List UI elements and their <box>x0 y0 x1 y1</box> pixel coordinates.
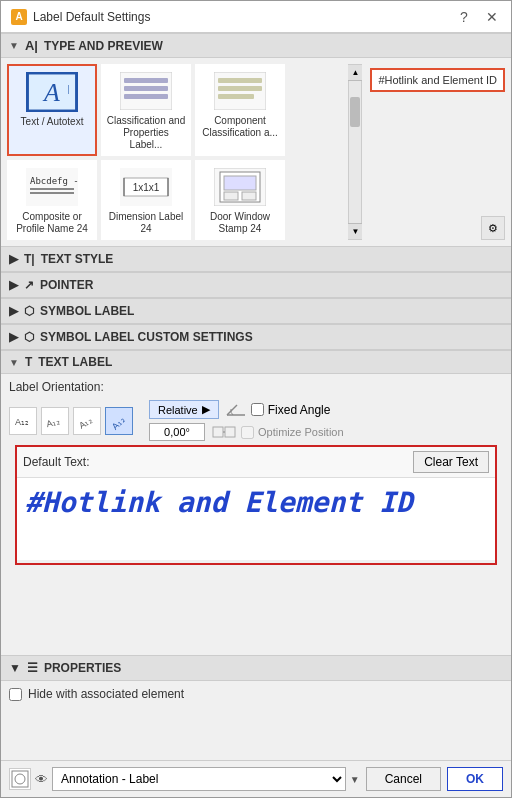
type-item-component[interactable]: Component Classification a... <box>195 64 285 156</box>
svg-rect-32 <box>225 427 235 437</box>
svg-rect-22 <box>224 176 256 190</box>
orient-btn-1[interactable]: A₁₂ <box>9 407 37 435</box>
properties-arrow: ▼ <box>9 661 21 675</box>
preview-panel-bottom: ⚙ <box>366 216 505 240</box>
svg-text:1x1x1: 1x1x1 <box>133 182 160 193</box>
orient-btn-2[interactable]: A₁₂ <box>41 407 69 435</box>
text-style-icon: T| <box>24 252 35 266</box>
symbol-label-icon: ⬡ <box>24 304 34 318</box>
type-item-door-window[interactable]: Door Window Stamp 24 <box>195 160 285 240</box>
orientation-row: Label Orientation: <box>9 380 503 394</box>
main-content: ▼ A| TYPE AND PREVIEW A <box>1 33 511 760</box>
relative-arrow: ▶ <box>202 403 210 416</box>
fixed-angle-label: Fixed Angle <box>268 403 331 417</box>
symbol-custom-arrow: ▶ <box>9 330 18 344</box>
properties-header[interactable]: ▼ ☰ PROPERTIES <box>1 655 511 681</box>
text-style-arrow: ▶ <box>9 252 18 266</box>
text-label-content: Label Orientation: A₁₂ A₁₂ <box>1 374 511 655</box>
preview-panel: #Hotlink and Element ID ⚙ <box>366 64 505 240</box>
scroll-down[interactable]: ▼ <box>348 223 362 239</box>
orient-btn-4[interactable]: A₁₂ <box>105 407 133 435</box>
title-bar: A Label Default Settings ? ✕ <box>1 1 511 33</box>
composite-icon: Abcdefg - ABC <box>24 165 80 209</box>
scroll-up[interactable]: ▲ <box>348 65 362 81</box>
orient-btn-3[interactable]: A₁₂ <box>73 407 101 435</box>
properties-label: PROPERTIES <box>44 661 121 675</box>
bottom-bar: 👁 Annotation - Label ▼ Cancel OK <box>1 760 511 797</box>
annotation-icon <box>9 768 31 790</box>
text-label-arrow: ▼ <box>9 357 19 368</box>
angle-input[interactable] <box>149 423 205 441</box>
type-items-scrollbar[interactable]: ▲ ▼ <box>348 64 362 240</box>
component-icon <box>212 69 268 113</box>
type-preview-header[interactable]: ▼ A| TYPE AND PREVIEW <box>1 33 511 58</box>
type-item-classification[interactable]: Classification and Properties Label... <box>101 64 191 156</box>
type-item-text-autotext[interactable]: A | Text / Autotext <box>7 64 97 156</box>
type-preview-content: A | Text / Autotext <box>1 58 511 246</box>
symbol-label-custom-header[interactable]: ▶ ⬡ SYMBOL LABEL CUSTOM SETTINGS <box>1 324 511 350</box>
type-item-composite[interactable]: Abcdefg - ABC Composite or Profile Name … <box>7 160 97 240</box>
svg-rect-8 <box>218 78 262 83</box>
type-preview-arrow: ▼ <box>9 40 19 51</box>
optimize-row: Optimize Position <box>211 423 344 441</box>
eye-icon: 👁 <box>35 772 48 787</box>
pointer-section: ▶ ↗ POINTER <box>1 272 511 298</box>
properties-content: Hide with associated element <box>1 681 511 711</box>
svg-rect-10 <box>218 94 254 99</box>
app-icon: A <box>11 9 27 25</box>
text-style-section: ▶ T| TEXT STYLE <box>1 246 511 272</box>
ok-button[interactable]: OK <box>447 767 503 791</box>
angle-group: Relative ▶ Fixed Angle <box>149 400 344 441</box>
relative-label: Relative <box>158 404 198 416</box>
empty-area <box>9 569 503 649</box>
default-text-header: Default Text: Clear Text <box>17 447 495 478</box>
default-text-input[interactable]: #Hotlink and Element ID <box>17 478 495 560</box>
label-default-settings-window: A Label Default Settings ? ✕ ▼ A| TYPE A… <box>0 0 512 798</box>
text-label-section: ▼ T TEXT LABEL Label Orientation: A₁₂ <box>1 350 511 655</box>
clear-text-button[interactable]: Clear Text <box>413 451 489 473</box>
pointer-icon: ↗ <box>24 278 34 292</box>
relative-button[interactable]: Relative ▶ <box>149 400 219 419</box>
type-preview-wrapper: A | Text / Autotext <box>7 64 505 240</box>
svg-text:Abcdefg - ABC: Abcdefg - ABC <box>30 176 78 186</box>
svg-rect-23 <box>224 192 238 200</box>
text-style-header[interactable]: ▶ T| TEXT STYLE <box>1 246 511 272</box>
orient-icons: A₁₂ A₁₂ A₁₂ <box>9 407 133 435</box>
svg-rect-4 <box>124 78 168 83</box>
annotation-select[interactable]: Annotation - Label <box>52 767 346 791</box>
close-button[interactable]: ✕ <box>483 8 501 26</box>
symbol-label-header[interactable]: ▶ ⬡ SYMBOL LABEL <box>1 298 511 324</box>
preview-text: #Hotlink and Element ID <box>378 74 497 86</box>
cancel-button[interactable]: Cancel <box>366 767 441 791</box>
text-label-header[interactable]: ▼ T TEXT LABEL <box>1 350 511 374</box>
orientation-controls: A₁₂ A₁₂ A₁₂ <box>9 400 503 441</box>
scroll-thumb[interactable] <box>350 97 360 127</box>
hide-label: Hide with associated element <box>28 687 184 701</box>
symbol-label-custom-section: ▶ ⬡ SYMBOL LABEL CUSTOM SETTINGS <box>1 324 511 350</box>
window-title: Label Default Settings <box>33 10 150 24</box>
component-label: Component Classification a... <box>200 115 280 139</box>
svg-rect-6 <box>124 94 168 99</box>
type-items-grid: A | Text / Autotext <box>7 64 344 240</box>
svg-rect-9 <box>218 86 262 91</box>
svg-text:A₁₂: A₁₂ <box>77 415 94 431</box>
optimize-checkbox[interactable] <box>241 426 254 439</box>
pointer-header[interactable]: ▶ ↗ POINTER <box>1 272 511 298</box>
preview-settings-button[interactable]: ⚙ <box>481 216 505 240</box>
composite-label: Composite or Profile Name 24 <box>12 211 92 235</box>
text-label-icon: T <box>25 355 32 369</box>
svg-text:A₁₂: A₁₂ <box>15 417 29 427</box>
svg-rect-24 <box>242 192 256 200</box>
help-button[interactable]: ? <box>455 8 473 26</box>
type-item-dimension[interactable]: 1x1x1 Dimension Label 24 <box>101 160 191 240</box>
default-text-section: Default Text: Clear Text #Hotlink and El… <box>15 445 497 565</box>
text-autotext-label: Text / Autotext <box>21 116 84 128</box>
annotation-select-wrapper: 👁 Annotation - Label ▼ <box>9 767 360 791</box>
symbol-label-arrow: ▶ <box>9 304 18 318</box>
symbol-label-section: ▶ ⬡ SYMBOL LABEL <box>1 298 511 324</box>
svg-text:A₁₂: A₁₂ <box>45 415 61 428</box>
svg-rect-34 <box>12 771 28 787</box>
hide-checkbox[interactable] <box>9 688 22 701</box>
fixed-angle-checkbox[interactable] <box>251 403 264 416</box>
type-preview-section: ▼ A| TYPE AND PREVIEW A <box>1 33 511 246</box>
